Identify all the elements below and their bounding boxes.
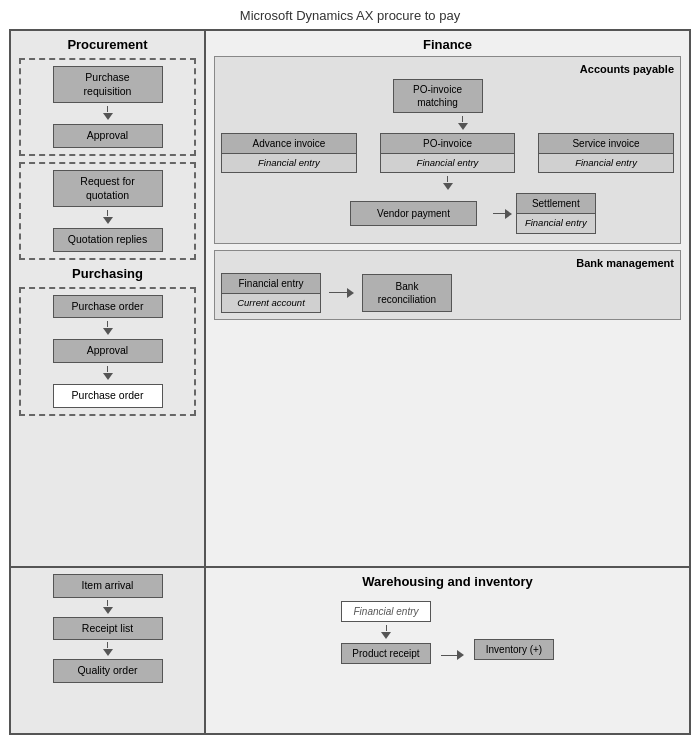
wh-arrow-head1	[103, 607, 113, 614]
purchasing-title: Purchasing	[19, 266, 196, 281]
ap-arrow1	[458, 116, 468, 131]
wh-title: Warehousing and inventory	[216, 574, 679, 589]
finance-title: Finance	[214, 37, 681, 52]
quotation-replies-node: Quotation replies	[53, 228, 163, 252]
arrow-line	[107, 366, 108, 372]
purchasing-dashed-box: Purchase order Approval Purchase order	[19, 287, 196, 416]
bm-current-account: Current account	[221, 293, 321, 313]
bm-title: Bank management	[221, 257, 674, 269]
settlement-bottom: Financial entry	[516, 213, 596, 233]
warehouse-left: Item arrival Receipt list Quality order	[11, 568, 206, 733]
wh-content: Financial entry Product receipt Inventor…	[216, 601, 679, 664]
h-arrow-inv	[441, 650, 464, 660]
rfq-node: Request for quotation	[53, 170, 163, 207]
h-line	[493, 213, 505, 214]
vendor-payment-node: Vendor payment	[350, 201, 477, 226]
h-arrow-settle	[493, 209, 512, 219]
bm-financial-group: Financial entry Current account	[221, 273, 321, 313]
bank-reconciliation-node: Bank reconciliation	[362, 274, 452, 312]
product-receipt-node: Product receipt	[341, 643, 431, 664]
h-line-bm	[329, 292, 347, 293]
top-row: Procurement Purchase requisition Approva…	[11, 31, 689, 568]
wh-fe-line	[386, 625, 387, 631]
wh-financial-entry: Financial entry	[341, 601, 431, 622]
settlement-top: Settlement	[516, 193, 596, 213]
wh-arrow2	[103, 642, 113, 657]
wh-arrow-line1	[107, 600, 108, 606]
arrow-right-bm	[347, 288, 354, 298]
purchase-order1-node: Purchase order	[53, 295, 163, 319]
ap-arrow-head2	[443, 183, 453, 190]
quality-order-node: Quality order	[53, 659, 163, 683]
ap-arrow-line	[462, 116, 463, 122]
finance-column: Finance Accounts payable PO-invoice matc…	[206, 31, 689, 566]
po-invoice-matching-node: PO-invoice matching	[393, 79, 483, 113]
procurement-title: Procurement	[19, 37, 196, 52]
main-container: Microsoft Dynamics AX procure to pay Pro…	[0, 0, 700, 743]
po-invoice-top: PO-invoice	[380, 133, 516, 153]
ap-arrow2	[443, 176, 453, 191]
ap-title: Accounts payable	[221, 63, 674, 75]
ap-content: PO-invoice matching	[221, 79, 674, 237]
bm-content: Financial entry Current account Bank rec…	[221, 273, 674, 313]
wh-arrow-line2	[107, 642, 108, 648]
arrow-line	[107, 210, 108, 216]
wh-fe-arrow	[381, 625, 391, 640]
service-invoice-top: Service invoice	[538, 133, 674, 153]
wh-arrow1	[103, 600, 113, 615]
service-invoice-bottom: Financial entry	[538, 153, 674, 173]
wh-arrow-head2	[103, 649, 113, 656]
ap-arrow-head	[458, 123, 468, 130]
diagram-border: Procurement Purchase requisition Approva…	[9, 29, 691, 735]
bottom-row: Item arrival Receipt list Quality order …	[11, 568, 689, 733]
arrow-line	[107, 321, 108, 327]
procurement-dashed-box1: Purchase requisition Approval	[19, 58, 196, 156]
po-invoice-bottom: Financial entry	[380, 153, 516, 173]
arrow3	[103, 321, 113, 336]
approval1-node: Approval	[53, 124, 163, 148]
item-arrival-node: Item arrival	[53, 574, 163, 598]
settlement-group: Settlement Financial entry	[516, 193, 596, 233]
arrow-head	[103, 113, 113, 120]
arrow-head	[103, 328, 113, 335]
po-invoice-group: PO-invoice Financial entry	[380, 133, 516, 173]
inventory-node: Inventory (+)	[474, 639, 554, 660]
procurement-column: Procurement Purchase requisition Approva…	[11, 31, 206, 566]
approval2-node: Approval	[53, 339, 163, 363]
advance-invoice-bottom: Financial entry	[221, 153, 357, 173]
advance-invoice-group: Advance invoice Financial entry	[221, 133, 357, 173]
receipt-list-node: Receipt list	[53, 617, 163, 641]
service-invoice-group: Service invoice Financial entry	[538, 133, 674, 173]
h-line-inv	[441, 655, 457, 656]
warehouse-right: Warehousing and inventory Financial entr…	[206, 568, 689, 733]
wh-fe-head	[381, 632, 391, 639]
bm-financial-entry: Financial entry	[221, 273, 321, 293]
arrow-line	[107, 106, 108, 112]
procurement-dashed-box2: Request for quotation Quotation replies	[19, 162, 196, 260]
arrow1	[103, 106, 113, 121]
purchase-requisition-node: Purchase requisition	[53, 66, 163, 103]
arrow-right-inv	[457, 650, 464, 660]
arrow-head	[103, 373, 113, 380]
arrow-head	[103, 217, 113, 224]
arrow4	[103, 366, 113, 381]
h-arrow-bm	[329, 288, 354, 298]
purchase-order2-node: Purchase order	[53, 384, 163, 408]
ap-arrow-line2	[447, 176, 448, 182]
bm-section: Bank management Financial entry Current …	[214, 250, 681, 320]
arrow2	[103, 210, 113, 225]
advance-invoice-top: Advance invoice	[221, 133, 357, 153]
ap-section: Accounts payable PO-invoice matching	[214, 56, 681, 244]
arrow-right-settle	[505, 209, 512, 219]
page-title: Microsoft Dynamics AX procure to pay	[240, 8, 460, 23]
